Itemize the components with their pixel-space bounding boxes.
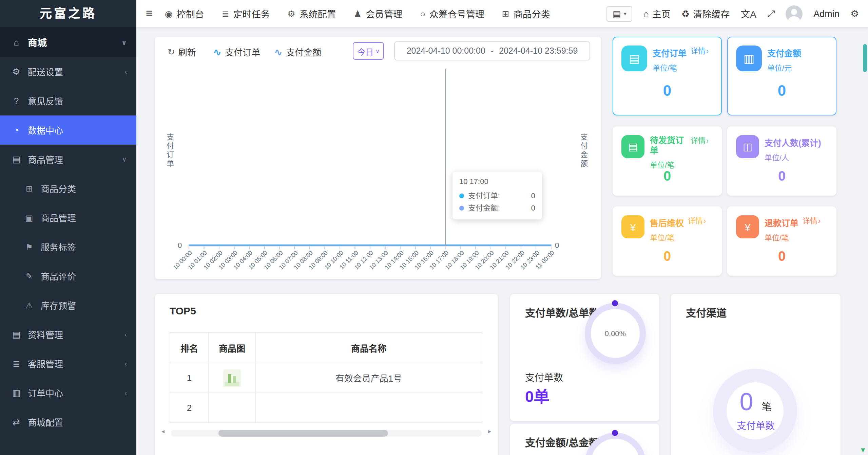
- menu-dropdown-button[interactable]: ▤ ▾: [606, 6, 633, 21]
- nav-scheduled-tasks[interactable]: ≣ 定时任务: [222, 7, 270, 20]
- question-icon: ?: [9, 96, 23, 106]
- trash-icon: ♻: [681, 8, 690, 19]
- hover-marker-line: [445, 69, 446, 246]
- chart-tooltip: 10 17:00 支付订单: 0 支付金额: 0: [452, 172, 542, 219]
- circle-icon: ○: [420, 8, 425, 19]
- gears-icon: ⚙: [9, 67, 23, 77]
- sidebar-toggle-button[interactable]: ≡: [136, 7, 162, 20]
- chevron-right-icon: ›: [706, 136, 709, 146]
- shield-yen-icon: ¥: [621, 215, 644, 238]
- sidebar-subitem-product-reviews[interactable]: ✎ 商品评价: [0, 261, 136, 291]
- detail-link[interactable]: 详情›: [691, 46, 709, 56]
- sidebar-subitem-product-management[interactable]: ▣ 商品管理: [0, 203, 136, 232]
- dashboard-icon: ◉: [165, 8, 173, 19]
- stat-title: 退款订单: [765, 216, 798, 229]
- nav-member-management[interactable]: ♟ 会员管理: [354, 7, 402, 20]
- date-end: 2024-04-10 23:59:59: [499, 46, 578, 56]
- cell-name: [255, 393, 482, 423]
- sidebar-item-product-management[interactable]: ▤ 商品管理 ∨: [0, 145, 136, 174]
- stat-title: 支付人数(累计): [765, 136, 821, 149]
- sidebar-item-data-management[interactable]: ▤ 资料管理 ‹: [0, 320, 136, 349]
- chevron-left-icon: ‹: [124, 389, 127, 397]
- sidebar-item-feedback[interactable]: ? 意见反馈: [0, 86, 136, 115]
- series-dot-icon: [459, 205, 464, 210]
- scroll-right-icon[interactable]: ▸: [488, 428, 491, 435]
- sidebar-item-mall[interactable]: ⌂ 商城 ∨: [0, 27, 136, 57]
- archive-icon: ▤: [9, 154, 23, 164]
- pay-amount-card: 支付金额/总金额: [510, 424, 659, 455]
- caret-down-icon: ∨: [375, 48, 380, 54]
- document-icon: ▥: [9, 388, 23, 398]
- avatar[interactable]: [786, 5, 803, 22]
- horizontal-scrollbar[interactable]: [171, 430, 482, 437]
- refresh-button[interactable]: ↻ 刷新: [168, 46, 196, 58]
- chevron-right-icon: ›: [703, 216, 706, 226]
- sidebar-item-delivery-settings[interactable]: ⚙ 配送设置 ‹: [0, 57, 136, 86]
- tooltip-row: 支付订单: 0: [459, 189, 535, 202]
- briefcase-icon: ▣: [22, 213, 36, 222]
- table-header-row: 排名 商品图 商品名称: [170, 332, 482, 363]
- clear-cache-button[interactable]: ♻ 清除缓存: [681, 7, 730, 20]
- home-icon: ⌂: [643, 8, 649, 19]
- sidebar-item-customer-service[interactable]: ≣ 客服管理 ‹: [0, 349, 136, 378]
- line-series-icon: ∿: [274, 46, 283, 58]
- legend-pay-orders[interactable]: ∿ 支付订单: [213, 46, 260, 58]
- home-button[interactable]: ⌂ 主页: [643, 7, 671, 20]
- sidebar-item-order-center[interactable]: ▥ 订单中心 ‹: [0, 378, 136, 407]
- scroll-down-icon[interactable]: ▼: [860, 446, 866, 454]
- scrollbar-thumb[interactable]: [218, 430, 388, 437]
- settings-button[interactable]: ⚙: [850, 8, 859, 19]
- sliders-icon: ⇄: [9, 417, 23, 427]
- stat-unit: 单位/笔: [650, 232, 717, 242]
- date-range-input[interactable]: 2024-04-10 00:00:00 - 2024-04-10 23:59:5…: [394, 41, 590, 60]
- chevron-left-icon: ‹: [124, 360, 127, 367]
- pay-count-value: 0单: [525, 384, 549, 407]
- tasks-icon: ≣: [222, 8, 229, 19]
- scroll-left-icon[interactable]: ◂: [161, 428, 165, 435]
- sidebar-subitem-product-category[interactable]: ⊞ 商品分类: [0, 174, 136, 203]
- nav-crowdfunding-management[interactable]: ○ 众筹仓号管理: [420, 7, 484, 20]
- trend-chart-card: ↻ 刷新 ∿ 支付订单 ∿ 支付金额 今日 ∨ 2024-04-10 00:00…: [155, 37, 601, 279]
- menu-icon: ▤: [613, 8, 621, 19]
- nav-system-config[interactable]: ⚙ 系统配置: [288, 7, 336, 20]
- clipboard-icon: ▤: [621, 135, 644, 158]
- legend-pay-amount[interactable]: ∿ 支付金额: [274, 46, 321, 58]
- topbar-right: ▤ ▾ ⌂ 主页 ♻ 清除缓存 文A ⤢ Admin ⚙: [606, 5, 868, 22]
- stat-value: 0: [613, 168, 721, 184]
- detail-link[interactable]: 详情›: [688, 216, 706, 226]
- table-row: 2: [170, 393, 482, 423]
- sidebar-subitem-service-tags[interactable]: ⚑ 服务标签: [0, 232, 136, 261]
- stat-unit: 单位/笔: [765, 232, 832, 242]
- sidebar-subitem-stock-alert[interactable]: ⚠ 库存预警: [0, 291, 136, 320]
- wallet-icon: ▥: [736, 46, 762, 71]
- stat-unit: 单位/人: [765, 151, 832, 162]
- pay-count-card: 支付单数/总单数 0.00% 支付单数 0单: [510, 294, 659, 421]
- fullscreen-button[interactable]: ⤢: [767, 8, 775, 19]
- pay-channel-value-row: 0 笔: [671, 388, 841, 416]
- sidebar-item-data-center[interactable]: ◔ 数据中心: [0, 115, 136, 145]
- range-select[interactable]: 今日 ∨: [353, 42, 384, 60]
- chevron-down-icon: ∨: [121, 38, 127, 46]
- series-dot-icon: [459, 193, 464, 198]
- chevron-left-icon: ‹: [124, 68, 127, 75]
- chevron-down-icon: ∨: [122, 156, 127, 163]
- detail-link[interactable]: 详情›: [691, 136, 709, 146]
- topbar-nav: ◉ 控制台 ≣ 定时任务 ⚙ 系统配置 ♟ 会员管理 ○ 众筹仓号管理 ⊞ 商品…: [165, 7, 550, 20]
- cell-image: [209, 363, 255, 393]
- stat-card-pay-amount: ▥ 支付金额 单位/元 0: [727, 37, 836, 115]
- app-logo: 元富之路: [0, 0, 136, 27]
- stat-cards-grid: ▤ 支付订单 详情› 单位/笔 0 ▥ 支付金额 单位/元: [613, 37, 836, 276]
- sidebar-item-mall-config[interactable]: ⇄ 商城配置: [0, 407, 136, 437]
- translate-button[interactable]: 文A: [740, 7, 756, 20]
- vertical-scrollbar-thumb[interactable]: [863, 44, 867, 72]
- home-icon: ⌂: [9, 37, 23, 47]
- pay-count-title: 支付单数/总单数: [525, 305, 599, 319]
- col-rank: 排名: [170, 332, 209, 363]
- nav-product-category[interactable]: ⊞ 商品分类: [502, 7, 550, 20]
- detail-link[interactable]: 详情›: [803, 216, 821, 226]
- cell-rank: 2: [170, 393, 209, 423]
- nav-console[interactable]: ◉ 控制台: [165, 7, 204, 20]
- product-thumbnail: [223, 369, 241, 387]
- username[interactable]: Admin: [813, 8, 840, 19]
- refresh-icon: ↻: [168, 47, 175, 57]
